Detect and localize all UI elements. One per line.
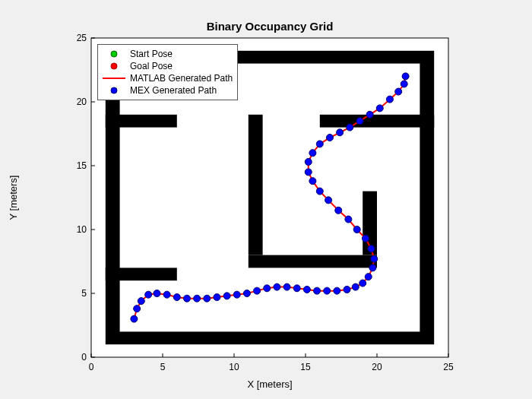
- plot-area: [0, 0, 532, 399]
- figure: Binary Occupancy Grid X [meters] Y [mete…: [0, 0, 532, 399]
- svg-point-57: [376, 105, 383, 112]
- svg-point-23: [233, 291, 240, 298]
- svg-point-18: [183, 295, 190, 302]
- svg-point-30: [303, 286, 310, 293]
- svg-point-31: [314, 287, 321, 294]
- svg-point-26: [264, 285, 271, 292]
- svg-point-61: [402, 73, 409, 80]
- svg-point-17: [173, 294, 180, 301]
- svg-point-48: [305, 169, 312, 176]
- x-tick: 20: [372, 362, 382, 372]
- svg-point-44: [335, 207, 342, 214]
- svg-rect-3: [106, 115, 177, 128]
- legend-item-matlab-path: MATLAB Generated Path: [103, 72, 233, 84]
- svg-point-42: [353, 226, 360, 233]
- svg-point-49: [305, 158, 312, 165]
- x-tick: 15: [300, 362, 310, 372]
- x-tick: 25: [443, 362, 453, 372]
- x-tick: 10: [229, 362, 239, 372]
- svg-point-36: [359, 280, 366, 287]
- legend-item-mex-path: MEX Generated Path: [103, 84, 233, 97]
- legend-label: Start Pose: [130, 49, 173, 59]
- svg-point-13: [138, 298, 144, 305]
- svg-point-38: [369, 264, 376, 271]
- legend-item-goal-pose: Goal Pose: [103, 60, 233, 72]
- svg-point-16: [163, 291, 170, 298]
- y-tick: 5: [70, 288, 87, 299]
- svg-point-59: [395, 88, 402, 95]
- svg-point-34: [344, 286, 350, 293]
- svg-point-21: [214, 294, 220, 301]
- y-axis-label: Y [meters]: [8, 38, 19, 357]
- svg-point-22: [223, 293, 230, 299]
- svg-rect-8: [320, 115, 434, 128]
- svg-point-43: [345, 216, 352, 223]
- y-tick: 0: [70, 352, 87, 363]
- svg-rect-4: [106, 268, 177, 280]
- svg-point-55: [356, 118, 363, 125]
- legend-label: Goal Pose: [130, 61, 173, 71]
- svg-point-39: [371, 255, 378, 262]
- svg-point-32: [324, 287, 331, 294]
- legend-label: MEX Generated Path: [130, 85, 217, 96]
- x-tick: 5: [160, 362, 166, 372]
- svg-point-25: [254, 287, 261, 294]
- y-tick: 20: [70, 97, 87, 107]
- x-tick: 0: [89, 362, 94, 372]
- y-tick: 15: [70, 160, 87, 171]
- svg-point-41: [362, 235, 369, 242]
- svg-rect-6: [249, 115, 263, 255]
- svg-point-27: [274, 283, 280, 290]
- legend: Start Pose Goal Pose MATLAB Generated Pa…: [97, 44, 238, 100]
- svg-point-19: [194, 295, 201, 302]
- svg-point-35: [352, 283, 359, 290]
- svg-point-52: [326, 135, 333, 141]
- svg-point-45: [325, 197, 332, 204]
- svg-point-28: [283, 283, 290, 290]
- svg-point-53: [337, 129, 344, 136]
- svg-point-29: [293, 285, 300, 292]
- svg-point-60: [401, 81, 407, 87]
- svg-point-33: [334, 287, 340, 294]
- svg-point-46: [316, 188, 323, 195]
- svg-point-54: [347, 124, 353, 131]
- svg-point-51: [316, 141, 323, 147]
- svg-point-14: [145, 291, 152, 298]
- svg-point-50: [309, 150, 316, 157]
- svg-point-24: [243, 290, 250, 297]
- y-tick: 25: [70, 33, 87, 43]
- svg-point-12: [134, 306, 141, 312]
- svg-rect-5: [249, 255, 377, 268]
- x-axis-label: X [meters]: [91, 378, 448, 390]
- svg-point-20: [204, 295, 211, 302]
- svg-point-15: [154, 290, 160, 297]
- svg-point-40: [368, 245, 375, 252]
- svg-point-47: [309, 178, 316, 185]
- svg-point-58: [386, 96, 393, 103]
- legend-item-start-pose: Start Pose: [103, 48, 233, 60]
- svg-point-56: [366, 111, 373, 118]
- svg-point-11: [131, 315, 138, 322]
- y-tick: 10: [70, 224, 87, 235]
- legend-label: MATLAB Generated Path: [130, 73, 233, 84]
- svg-point-37: [365, 274, 372, 280]
